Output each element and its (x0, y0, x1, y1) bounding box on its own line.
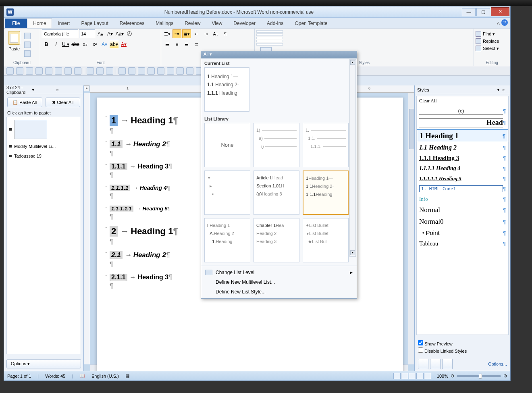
paste-button[interactable]: Paste (6, 29, 23, 58)
font-family-select[interactable] (42, 29, 78, 38)
style-heading1[interactable]: 1 AaBb (256, 30, 283, 33)
qat-btn[interactable] (138, 67, 145, 75)
superscript-button[interactable]: x² (90, 40, 99, 49)
align-center-button[interactable]: ≡ (172, 40, 181, 49)
style-html-code[interactable]: 1. HTML Code1¶ (417, 184, 508, 194)
sort-button[interactable]: A↓ (211, 29, 220, 38)
tab-view[interactable]: View (206, 19, 228, 28)
qat-btn[interactable] (106, 67, 113, 75)
qat-btn[interactable] (64, 67, 72, 75)
qat-btn[interactable] (45, 67, 52, 75)
zoom-out-button[interactable]: ⊖ (451, 373, 454, 378)
qat-btn[interactable] (118, 67, 126, 75)
view-draft-button[interactable] (424, 373, 431, 379)
qat-redo[interactable] (96, 67, 104, 75)
change-list-level-item[interactable]: Change List Level▶ (201, 268, 357, 277)
show-preview-checkbox[interactable]: Show Preview (418, 340, 507, 346)
minimize-button[interactable]: — (462, 8, 476, 16)
bold-button[interactable]: B (42, 40, 51, 49)
style-heading4[interactable]: 1.1.1.1 Heading 4¶ (417, 164, 508, 174)
qat-btn[interactable] (177, 67, 184, 75)
help-icon[interactable]: ? (501, 19, 508, 26)
dropdown-filter-bar[interactable]: All ▾ (201, 51, 357, 58)
style-heading3[interactable]: 1.1.1 Aading 3 (256, 37, 283, 39)
qat-btn[interactable] (128, 67, 135, 75)
style-normal0[interactable]: Normal0¶ (417, 216, 508, 228)
word-count[interactable]: Words: 45 (45, 374, 65, 378)
style-point[interactable]: • Point¶ (417, 228, 508, 239)
clear-all-button[interactable]: ✖ Clear All (46, 98, 81, 107)
list-option[interactable]: ✦ List Bullet— ▸ List Bullet ★ List Bul (303, 218, 349, 262)
tab-mailings[interactable]: Mailings (150, 19, 179, 28)
list-option[interactable]: I. Heading 1— A. Heading 2 1. Heading (204, 218, 250, 262)
styles-options-link[interactable]: Options... (488, 362, 507, 366)
style-tableau[interactable]: Tableau¶ (417, 239, 508, 249)
qat-btn[interactable] (35, 67, 43, 75)
style-normal[interactable]: Normal¶ (417, 204, 508, 216)
align-right-button[interactable]: ☰ (182, 40, 191, 49)
page-indicator[interactable]: Page: 1 of 1 (7, 374, 31, 378)
numbering-button[interactable]: ≡▾ (172, 29, 181, 38)
clipboard-item[interactable]: Tadoussac 19 (7, 151, 81, 161)
tab-insert[interactable]: Insert (52, 19, 75, 28)
tab-developer[interactable]: Developer (228, 19, 261, 28)
subscript-button[interactable]: x₂ (81, 40, 89, 49)
list-option[interactable]: ✦ ▸ ▪ (204, 171, 250, 215)
underline-button[interactable]: U ▾ (61, 40, 70, 49)
qat-btn[interactable] (186, 67, 193, 75)
zoom-slider[interactable] (457, 375, 501, 377)
find-button[interactable]: Find ▾ (476, 31, 508, 37)
style-heading5[interactable]: 1.1.1.1.1¶ Heading 5 (256, 43, 283, 46)
select-button[interactable]: Select ▾ (476, 46, 508, 51)
view-print-button[interactable] (393, 373, 401, 379)
define-multilevel-item[interactable]: Define New Multilevel List... (201, 277, 357, 287)
style-heading4[interactable]: 1.1.1.1 A¶ Heading 4 (256, 40, 283, 42)
bullets-button[interactable]: ☰▾ (163, 29, 172, 38)
close-button[interactable]: ✕ (491, 7, 509, 16)
qat-btn[interactable] (157, 67, 164, 75)
tab-selector[interactable]: L (84, 85, 89, 91)
style-inspector-button[interactable] (430, 359, 441, 369)
maximize-button[interactable]: ▢ (476, 8, 490, 16)
cut-icon[interactable] (24, 33, 31, 39)
zoom-in-button[interactable]: ⊕ (503, 373, 507, 378)
paste-all-button[interactable]: 📋 Paste All (7, 98, 42, 107)
align-left-button[interactable]: ☰ (163, 40, 172, 49)
clipboard-options-button[interactable]: Options ▾ (6, 359, 81, 368)
font-color-button[interactable]: A▾ (119, 40, 128, 49)
vertical-scrollbar[interactable] (408, 93, 414, 364)
replace-button[interactable]: Replace (476, 38, 508, 44)
zoom-level[interactable]: 100% (437, 374, 448, 378)
copy-icon[interactable] (24, 42, 31, 48)
change-case-button[interactable]: Aa▾ (115, 29, 124, 38)
tab-page-layout[interactable]: Page Layout (75, 19, 114, 28)
list-option[interactable]: 1) a) i) (254, 123, 299, 167)
list-option-none[interactable]: None (204, 123, 250, 167)
tab-review[interactable]: Review (179, 19, 206, 28)
spellcheck-icon[interactable]: 📖 (79, 373, 85, 378)
style-c[interactable]: (c)¶ (417, 106, 508, 116)
close-pane-icon[interactable]: × (56, 87, 81, 92)
tab-file[interactable]: File (5, 19, 27, 28)
style-heading1[interactable]: 1 Heading 1¶ (417, 129, 508, 142)
list-option[interactable]: 1. 1.1. 1.1.1. (303, 123, 349, 167)
tab-open-template[interactable]: Open Template (289, 19, 333, 28)
style-head[interactable]: Head¶ (417, 116, 508, 129)
list-option-selected[interactable]: 1 Heading 1— 1.1 Heading 2- 1.1.1 Headin… (303, 171, 349, 215)
qat-btn[interactable] (55, 67, 62, 75)
shrink-font-button[interactable]: A▾ (106, 29, 114, 38)
multilevel-button[interactable]: ≣▾ (182, 29, 191, 38)
qat-btn[interactable] (6, 67, 14, 75)
strike-button[interactable]: abc (71, 40, 80, 49)
list-option[interactable]: Article I. Head Section 1.01 H (a) Headi… (254, 171, 299, 215)
grow-font-button[interactable]: A▴ (96, 29, 105, 38)
text-effects-button[interactable]: A▾ (100, 40, 109, 49)
style-heading2[interactable]: 1.1 Heading 2¶ (417, 142, 508, 153)
clipboard-item[interactable]: Modify-Multilevel-Li... (7, 141, 81, 151)
close-pane-icon[interactable]: × (502, 87, 508, 92)
format-painter-icon[interactable] (24, 50, 31, 57)
styles-list[interactable]: Clear All (c)¶ Head¶ 1 Heading 1¶ 1.1 He… (416, 96, 509, 335)
tab-references[interactable]: References (114, 19, 150, 28)
chevron-down-icon[interactable]: ▼ (497, 88, 502, 92)
justify-button[interactable]: ≣ (192, 40, 201, 49)
